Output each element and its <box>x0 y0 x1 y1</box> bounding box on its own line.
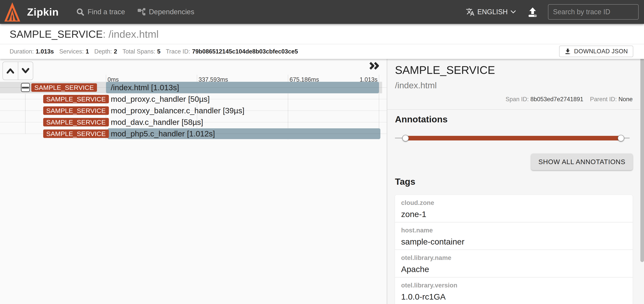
chevron-up-icon <box>6 68 15 74</box>
stat-value: 5 <box>157 48 160 55</box>
tag-key: cloud.zone <box>401 199 633 206</box>
detail-scrollbar <box>640 58 644 304</box>
tag-key: otel.library.name <box>401 254 633 261</box>
previous-span-button[interactable] <box>3 62 18 80</box>
language-selector[interactable]: ENGLISH <box>466 8 516 16</box>
download-icon <box>564 48 571 55</box>
download-json-button[interactable]: DOWNLOAD JSON <box>559 46 633 57</box>
service-badge[interactable]: SAMPLE_SERVICE <box>43 129 109 138</box>
trace-title-service: SAMPLE_SERVICE <box>10 28 103 40</box>
span-row[interactable]: SAMPLE_SERVICEmod_dav.c_handler [58µs] <box>0 116 387 128</box>
annotations-range-slider <box>395 134 630 142</box>
detail-endpoint: /index.html <box>395 80 437 90</box>
stat-value: 79b086512145c104de8b03cbfec03ce5 <box>192 48 298 55</box>
service-badge[interactable]: SAMPLE_SERVICE <box>43 118 109 126</box>
slider-handle-right[interactable] <box>618 135 624 141</box>
translate-icon <box>466 8 475 16</box>
upload-trace-button[interactable] <box>527 7 538 17</box>
span-row[interactable]: SAMPLE_SERVICE/index.html [1.013s] <box>0 82 387 93</box>
nav-dependencies-label: Dependencies <box>149 8 194 16</box>
chevron-down-icon <box>21 68 30 74</box>
nav-find-a-trace-label: Find a trace <box>88 8 125 16</box>
trace-stats-bar: Duration:1.013s Services:1 Depth:2 Total… <box>0 44 644 59</box>
stat-value: 1.013s <box>36 48 54 55</box>
stat-label: Services: <box>59 48 84 55</box>
dependencies-icon <box>137 8 146 16</box>
nav-find-a-trace[interactable]: Find a trace <box>76 8 125 16</box>
span-row[interactable]: SAMPLE_SERVICEmod_proxy.c_handler [50µs] <box>0 93 387 105</box>
zipkin-logo-icon <box>4 2 20 22</box>
brand-title: Zipkin <box>27 6 59 18</box>
collapse-minus-bar <box>22 87 29 88</box>
parent-id-label: Parent ID: <box>590 96 617 103</box>
trace-stat: Depth:2 <box>94 48 117 55</box>
stat-value: 2 <box>114 48 117 55</box>
stat-label: Total Spans: <box>122 48 155 55</box>
span-detail-panel: SAMPLE_SERVICE /index.html Span ID: 8b05… <box>387 58 644 304</box>
scrollbar-thumb[interactable] <box>640 58 644 262</box>
trace-stat: Trace ID:79b086512145c104de8b03cbfec03ce… <box>166 48 298 55</box>
span-navigation-buttons <box>2 62 33 80</box>
tag-row: host.name sample-container <box>395 222 633 250</box>
search-icon <box>76 8 84 16</box>
stat-label: Trace ID: <box>166 48 190 55</box>
tag-value: 1.0.0-rc1GA <box>401 292 633 301</box>
span-id-label: Span ID: <box>506 96 529 103</box>
main-nav: Find a trace Dependencies <box>76 8 194 16</box>
stat-value: 1 <box>86 48 89 55</box>
tag-value: Apache <box>401 264 633 274</box>
service-badge[interactable]: SAMPLE_SERVICE <box>43 106 109 115</box>
tag-key: host.name <box>401 227 633 234</box>
trace-stat: Services:1 <box>59 48 89 55</box>
detail-service-name: SAMPLE_SERVICE <box>395 64 495 76</box>
page-title: SAMPLE_SERVICE: /index.html <box>0 24 644 44</box>
topbar: Zipkin Find a trace Dependencies ENGLISH <box>0 0 644 24</box>
tags-heading: Tags <box>395 176 415 187</box>
tag-value: sample-container <box>401 237 633 246</box>
tag-row: otel.library.version 1.0.0-rc1GA <box>395 277 633 304</box>
stat-label: Duration: <box>10 48 34 55</box>
span-row[interactable]: SAMPLE_SERVICEmod_php5.c_handler [1.012s… <box>0 128 387 139</box>
topbar-right: ENGLISH <box>466 4 638 20</box>
span-id-value: 8b053ed7e2741891 <box>530 96 583 103</box>
collapse-detail-button[interactable] <box>369 62 380 70</box>
double-chevron-right-icon <box>369 62 380 70</box>
service-badge[interactable]: SAMPLE_SERVICE <box>31 83 97 92</box>
trace-title-endpoint: /index.html <box>108 28 158 40</box>
main-content: 0ms337.593ms675.186ms1.013s SAMPLE_SERVI… <box>0 58 644 304</box>
annotations-heading: Annotations <box>395 114 448 124</box>
next-span-button[interactable] <box>18 62 33 80</box>
tag-row: otel.library.name Apache <box>395 250 633 277</box>
tag-row: cloud.zone zone-1 <box>395 195 633 222</box>
span-label: mod_php5.c_handler [1.012s] <box>111 129 215 138</box>
tag-value: zone-1 <box>401 210 633 219</box>
trace-header: SAMPLE_SERVICE: /index.html Duration:1.0… <box>0 24 644 59</box>
slider-selected-range <box>406 136 621 140</box>
trace-stat: Duration:1.013s <box>10 48 54 55</box>
collapse-children-icon[interactable] <box>21 83 30 92</box>
upload-icon <box>527 7 538 17</box>
span-label: mod_dav.c_handler [58µs] <box>111 118 203 127</box>
language-label: ENGLISH <box>477 8 508 16</box>
span-id-line: Span ID: 8b053ed7e2741891 Parent ID: Non… <box>506 96 633 103</box>
span-label: /index.html [1.013s] <box>111 83 179 92</box>
trace-stat: Total Spans:5 <box>122 48 160 55</box>
stat-label: Depth: <box>94 48 112 55</box>
service-badge[interactable]: SAMPLE_SERVICE <box>43 95 109 103</box>
span-row[interactable]: SAMPLE_SERVICEmod_proxy_balancer.c_handl… <box>0 105 387 116</box>
trace-timeline-panel: 0ms337.593ms675.186ms1.013s SAMPLE_SERVI… <box>0 58 387 304</box>
nav-dependencies[interactable]: Dependencies <box>137 8 194 16</box>
trace-id-search-input[interactable] <box>548 4 638 20</box>
chevron-down-icon <box>510 10 516 14</box>
show-all-annotations-button[interactable]: SHOW ALL ANNOTATIONS <box>531 154 633 170</box>
download-json-label: DOWNLOAD JSON <box>574 48 628 55</box>
tags-card: cloud.zone zone-1 host.name sample-conta… <box>395 195 633 304</box>
span-label: mod_proxy_balancer.c_handler [39µs] <box>111 106 244 115</box>
parent-id-value: None <box>618 96 633 103</box>
tag-key: otel.library.version <box>401 282 633 289</box>
span-label: mod_proxy.c_handler [50µs] <box>111 95 210 104</box>
trace-title-separator: : <box>103 28 108 40</box>
slider-handle-left[interactable] <box>402 135 409 141</box>
detail-divider <box>387 109 644 110</box>
